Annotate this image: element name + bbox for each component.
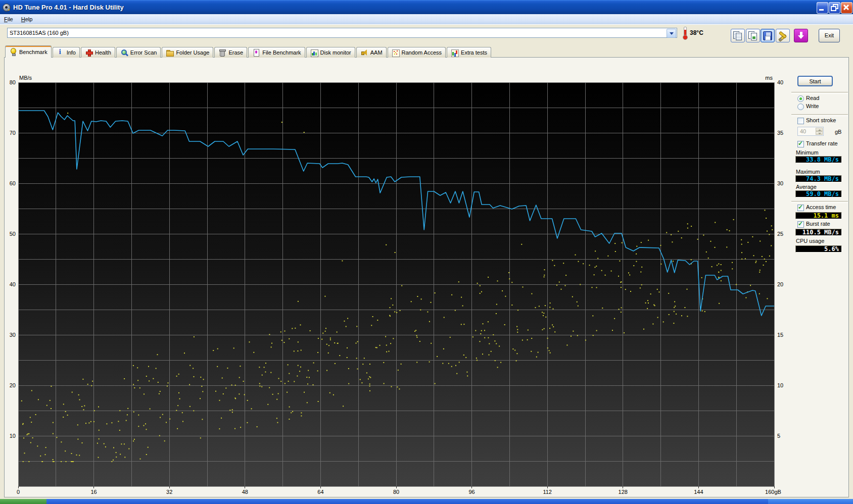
axis-tick-label: 35: [777, 130, 783, 136]
tab-label: Erase: [228, 49, 243, 56]
chevron-down-icon[interactable]: [667, 29, 676, 38]
tab-health[interactable]: Health: [81, 47, 115, 58]
copy-icon: [733, 31, 743, 40]
axis-tick-label: 80: [393, 489, 399, 495]
axis-tick-label: 30: [777, 180, 783, 186]
temperature-label: 38°C: [690, 29, 703, 36]
health-icon: [85, 49, 93, 57]
drive-selector[interactable]: ST3160815AS (160 gB): [7, 28, 677, 38]
options-button[interactable]: [776, 29, 790, 42]
transfer-rate-label: Transfer rate: [806, 140, 838, 146]
toolbar: ST3160815AS (160 gB) 38°C Exit: [0, 24, 853, 46]
burst-rate-value: 110.5 MB/s: [795, 229, 842, 236]
axis-tick-label: 40: [10, 281, 16, 287]
title-bar[interactable]: HD Tune Pro 4.01 - Hard Disk Utility: [0, 0, 853, 14]
short-stroke-size-stepper[interactable]: 40: [797, 127, 824, 136]
write-radio[interactable]: [797, 104, 804, 110]
access-time-label: Access time: [806, 204, 836, 210]
axis-tick-label: 144: [694, 489, 703, 495]
minimize-button[interactable]: [817, 2, 828, 14]
tab-random-access[interactable]: Random Access: [388, 47, 446, 58]
axis-tick-label: 48: [242, 489, 248, 495]
start-menu-sliver[interactable]: [0, 499, 46, 504]
menu-item-help[interactable]: Help: [17, 15, 37, 23]
tab-folder-usage[interactable]: Folder Usage: [162, 47, 213, 58]
cpu-usage-label: CPU usage: [796, 238, 824, 244]
spin-down-icon[interactable]: [816, 131, 823, 135]
read-radio[interactable]: [797, 95, 804, 102]
tab-label: Info: [67, 49, 76, 56]
axis-tick-label: 40: [777, 79, 783, 85]
maximum-label: Maximum: [796, 169, 820, 175]
divider: [791, 92, 848, 94]
disk-monitor-icon: [310, 49, 318, 57]
tab-label: File Benchmark: [262, 49, 301, 56]
tab-erase[interactable]: Erase: [214, 47, 247, 58]
maximum-value: 74.3 MB/s: [795, 175, 842, 182]
tab-disk-monitor[interactable]: Disk monitor: [306, 47, 355, 58]
axis-tick-label: 20: [10, 382, 16, 388]
burst-rate-checkbox[interactable]: [797, 221, 804, 228]
grid-lines: [18, 82, 774, 486]
transfer-rate-checkbox[interactable]: [797, 141, 804, 147]
tab-label: Benchmark: [19, 49, 48, 55]
benchmark-icon: [9, 48, 17, 56]
tab-info[interactable]: Info: [53, 47, 80, 58]
tab-label: Error Scan: [130, 49, 157, 56]
cpu-usage-value: 5.6%: [795, 245, 842, 253]
minimum-value: 33.8 MB/s: [795, 156, 842, 163]
short-stroke-label: Short stroke: [806, 117, 836, 123]
spin-up-icon[interactable]: [816, 128, 823, 131]
update-button[interactable]: [794, 29, 808, 42]
axis-tick-label: 15: [777, 332, 783, 338]
write-label: Write: [806, 103, 819, 109]
error-scan-icon: [120, 49, 128, 57]
access-time-checkbox[interactable]: [797, 205, 804, 211]
tab-extra-tests[interactable]: Extra tests: [447, 47, 491, 58]
menu-item-file[interactable]: File: [0, 15, 17, 23]
tab-label: Disk monitor: [320, 49, 351, 56]
copy-text-button[interactable]: [731, 29, 745, 42]
short-stroke-size-value: 40: [800, 128, 806, 134]
short-stroke-checkbox[interactable]: [797, 118, 804, 124]
tab-file-benchmark[interactable]: File Benchmark: [248, 47, 305, 58]
axis-tick-label: 10: [10, 433, 16, 439]
file-benchmark-icon: [252, 49, 260, 57]
axis-tick-label: 60: [10, 180, 16, 186]
axis-tick-label: 128: [619, 489, 628, 495]
menu-bar: FileHelp: [0, 14, 853, 24]
axis-tick-label: 80: [10, 79, 16, 85]
tab-benchmark[interactable]: Benchmark: [5, 45, 52, 58]
axis-tick-label: 25: [777, 231, 783, 237]
axis-tick-label: 16: [90, 489, 97, 495]
axis-tick-label: 20: [777, 281, 783, 287]
restore-button[interactable]: [829, 2, 840, 14]
tools-icon: [778, 31, 788, 40]
folder-icon: [166, 49, 174, 57]
thermometer-icon: [682, 27, 687, 39]
taskbar-button-sliver[interactable]: [768, 499, 853, 504]
start-button[interactable]: Start: [797, 76, 833, 86]
access-time-value: 15.1 ms: [795, 212, 842, 219]
app-window: HD Tune Pro 4.01 - Hard Disk Utility Fil…: [0, 0, 853, 499]
axis-tick-label: 64: [317, 489, 323, 495]
tab-label: Folder Usage: [176, 49, 209, 56]
axis-tick-label: 32: [166, 489, 172, 495]
axis-tick-label: 50: [10, 231, 16, 237]
save-button[interactable]: [761, 29, 775, 42]
tab-aam[interactable]: AAM: [356, 47, 387, 58]
divider: [791, 201, 848, 203]
axis-tick-label: 5: [777, 433, 780, 439]
tab-error-scan[interactable]: Error Scan: [116, 47, 161, 58]
tab-label: Random Access: [402, 49, 442, 56]
extra-tests-icon: [451, 49, 459, 57]
close-button[interactable]: [841, 2, 852, 14]
window-title: HD Tune Pro 4.01 - Hard Disk Utility: [13, 4, 124, 11]
divider: [791, 114, 848, 116]
taskbar[interactable]: [0, 499, 853, 504]
tab-strip: BenchmarkInfoHealthError ScanFolder Usag…: [5, 45, 492, 58]
erase-icon: [218, 49, 226, 57]
exit-button[interactable]: Exit: [819, 29, 840, 42]
copy-image-button[interactable]: [746, 29, 760, 42]
save-icon: [763, 31, 773, 40]
